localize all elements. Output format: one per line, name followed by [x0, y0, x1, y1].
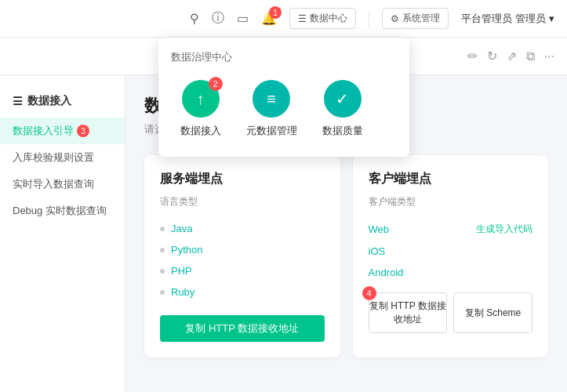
- client-card-title: 客户端埋点: [369, 171, 533, 187]
- lang-item-ruby[interactable]: Ruby: [160, 281, 325, 303]
- data-center-button[interactable]: ☰ 数据中心: [289, 8, 356, 29]
- client-item-android[interactable]: Android: [369, 262, 533, 283]
- sidebar: ☰ 数据接入 数据接入引导 3 入库校验规则设置 实时导入数据查询 Debug …: [0, 75, 125, 392]
- bell-icon[interactable]: 🔔 1: [261, 11, 277, 26]
- client-label-ios: iOS: [369, 245, 386, 257]
- lang-label-ruby: Ruby: [171, 286, 194, 298]
- admin-info[interactable]: 平台管理员 管理员 ▾: [461, 12, 554, 26]
- metadata-label: 元数据管理: [246, 124, 297, 138]
- sidebar-item-guide-label: 数据接入引导: [13, 124, 74, 138]
- gear-icon: ⚙: [391, 13, 399, 24]
- quality-label: 数据质量: [322, 124, 363, 138]
- help-icon[interactable]: ⓘ: [212, 10, 224, 27]
- top-nav: ⚲ ⓘ ▭ 🔔 1 ☰ 数据中心 ⚙ 系统管理 平台管理员 管理员 ▾ 数据治理…: [0, 0, 567, 38]
- lang-item-python[interactable]: Python: [160, 239, 325, 260]
- chevron-down-icon: ▾: [549, 13, 554, 24]
- lang-dot-java: [160, 227, 165, 231]
- lang-dot-python: [160, 248, 165, 252]
- lang-label-java: Java: [171, 223, 192, 234]
- sidebar-item-debug-label: Debug 实时数据查询: [13, 204, 107, 218]
- bell-badge: 1: [269, 6, 282, 19]
- server-card: 服务端埋点 语言类型 Java Python PHP: [144, 155, 340, 358]
- client-label-android: Android: [369, 267, 404, 278]
- sidebar-item-rules-label: 入库校验规则设置: [13, 151, 94, 165]
- quality-icon: ✓: [324, 80, 362, 118]
- copy-http-client-button[interactable]: 复制 HTTP 数据接收地址: [369, 292, 448, 333]
- copy-scheme-button[interactable]: 复制 Scheme: [453, 292, 532, 333]
- dropdown-menu: 数据治理中心 ↑ 2 数据接入 ≡ 元数据管理 ✓ 数据质量: [158, 38, 409, 157]
- nav-divider: [369, 11, 369, 27]
- lang-item-java[interactable]: Java: [160, 218, 325, 239]
- database-icon: ☰: [298, 13, 307, 24]
- lang-dot-php: [160, 269, 165, 274]
- nav-icons: ⚲ ⓘ ▭ 🔔 1 ☰ 数据中心 ⚙ 系统管理 平台管理员 管理员 ▾: [190, 8, 554, 29]
- sidebar-header-label: 数据接入: [27, 94, 71, 108]
- sidebar-menu-icon: ☰: [13, 95, 23, 107]
- cards-grid: 服务端埋点 语言类型 Java Python PHP: [144, 155, 548, 358]
- copy-http-server-button[interactable]: 复制 HTTP 数据接收地址: [160, 315, 325, 342]
- data-access-label: 数据接入: [180, 124, 221, 138]
- server-card-title: 服务端埋点: [160, 171, 325, 187]
- lang-label-php: PHP: [171, 265, 192, 277]
- settings-button[interactable]: ⚙ 系统管理: [382, 8, 449, 29]
- refresh-icon[interactable]: ↻: [487, 49, 497, 64]
- client-card: 客户端埋点 客户端类型 Web 生成导入代码 iOS Android 4: [353, 155, 549, 358]
- settings-label: 系统管理: [402, 12, 440, 25]
- client-card-badge: 4: [362, 286, 376, 300]
- client-list: Web 生成导入代码 iOS Android: [369, 218, 533, 283]
- device-icon[interactable]: ▭: [237, 11, 249, 26]
- dropdown-item-quality[interactable]: ✓ 数据质量: [313, 74, 373, 144]
- client-item-ios[interactable]: iOS: [369, 241, 533, 262]
- more-icon[interactable]: ···: [544, 49, 554, 64]
- client-item-web[interactable]: Web 生成导入代码: [369, 218, 533, 241]
- client-card-buttons: 4 复制 HTTP 数据接收地址 复制 Scheme: [369, 292, 533, 333]
- lang-item-php[interactable]: PHP: [160, 260, 325, 281]
- dropdown-items: ↑ 2 数据接入 ≡ 元数据管理 ✓ 数据质量: [171, 74, 397, 144]
- lang-dot-ruby: [160, 290, 165, 295]
- window-icon[interactable]: ⧉: [526, 49, 535, 64]
- data-access-badge: 2: [209, 77, 223, 91]
- dropdown-title: 数据治理中心: [171, 50, 397, 64]
- sidebar-guide-badge: 3: [77, 125, 89, 137]
- admin-label: 平台管理员: [461, 12, 512, 26]
- language-list: Java Python PHP Ruby: [160, 218, 325, 303]
- sidebar-header: ☰ 数据接入: [0, 88, 125, 118]
- client-card-subtitle: 客户端类型: [369, 195, 533, 209]
- sidebar-item-guide[interactable]: 数据接入引导 3: [0, 118, 125, 144]
- data-center-label: 数据中心: [310, 12, 347, 25]
- lang-label-python: Python: [171, 244, 202, 256]
- sidebar-item-rules[interactable]: 入库校验规则设置: [0, 144, 125, 171]
- search-icon[interactable]: ⚲: [190, 11, 199, 26]
- client-label-web: Web: [369, 223, 390, 235]
- edit-icon[interactable]: ✏: [467, 49, 478, 64]
- metadata-icon: ≡: [253, 80, 290, 118]
- admin-role: 管理员: [515, 12, 546, 26]
- dropdown-item-data-access[interactable]: ↑ 2 数据接入: [171, 74, 231, 144]
- data-access-icon: ↑ 2: [182, 80, 220, 118]
- sidebar-item-realtime[interactable]: 实时导入数据查询: [0, 171, 125, 198]
- sidebar-item-realtime-label: 实时导入数据查询: [13, 177, 94, 191]
- sidebar-item-debug[interactable]: Debug 实时数据查询: [0, 198, 125, 224]
- client-generate-web[interactable]: 生成导入代码: [476, 223, 532, 236]
- dropdown-item-metadata[interactable]: ≡ 元数据管理: [237, 74, 307, 144]
- server-card-subtitle: 语言类型: [160, 195, 325, 209]
- share-icon[interactable]: ⇗: [507, 49, 517, 64]
